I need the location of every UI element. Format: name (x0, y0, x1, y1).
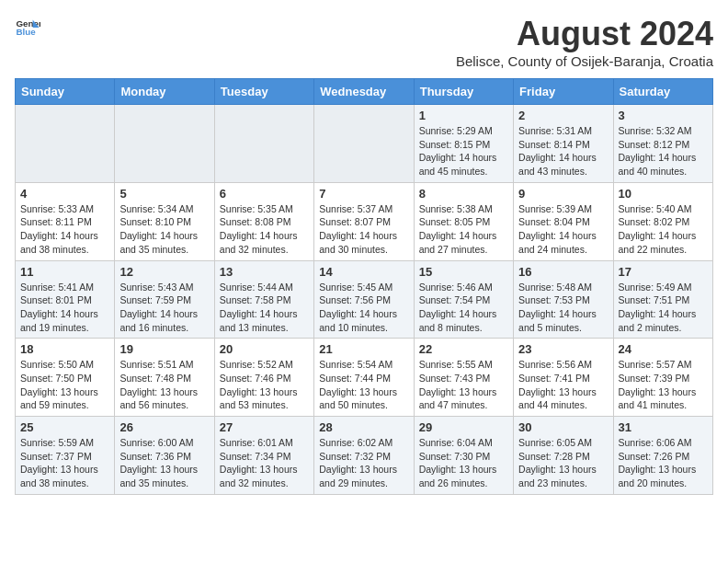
calendar-cell (314, 105, 414, 183)
calendar-cell: 9Sunrise: 5:39 AM Sunset: 8:04 PM Daylig… (514, 182, 613, 260)
day-number: 15 (419, 265, 508, 279)
day-info: Sunrise: 5:41 AM Sunset: 8:01 PM Dayligh… (20, 281, 109, 335)
calendar-cell: 27Sunrise: 6:01 AM Sunset: 7:34 PM Dayli… (214, 417, 313, 495)
day-info: Sunrise: 5:48 AM Sunset: 7:53 PM Dayligh… (518, 281, 608, 335)
calendar-cell: 15Sunrise: 5:46 AM Sunset: 7:54 PM Dayli… (414, 260, 513, 339)
day-number: 5 (119, 187, 209, 201)
calendar-cell: 14Sunrise: 5:45 AM Sunset: 7:56 PM Dayli… (314, 260, 414, 339)
calendar-table: SundayMondayTuesdayWednesdayThursdayFrid… (15, 78, 713, 495)
calendar-cell: 28Sunrise: 6:02 AM Sunset: 7:32 PM Dayli… (314, 417, 414, 495)
month-year: August 2024 (456, 15, 713, 53)
day-info: Sunrise: 5:37 AM Sunset: 8:07 PM Dayligh… (319, 202, 408, 257)
day-info: Sunrise: 6:05 AM Sunset: 7:28 PM Dayligh… (518, 436, 608, 490)
page-header: General Blue August 2024 Belisce, County… (15, 15, 713, 69)
calendar-cell: 8Sunrise: 5:38 AM Sunset: 8:05 PM Daylig… (414, 182, 513, 260)
day-number: 3 (619, 109, 708, 122)
calendar-cell: 2Sunrise: 5:31 AM Sunset: 8:14 PM Daylig… (514, 105, 613, 183)
weekday-header-thursday: Thursday (414, 79, 513, 105)
calendar-cell: 29Sunrise: 6:04 AM Sunset: 7:30 PM Dayli… (414, 417, 513, 495)
calendar-cell: 20Sunrise: 5:52 AM Sunset: 7:46 PM Dayli… (214, 339, 313, 417)
day-info: Sunrise: 5:46 AM Sunset: 7:54 PM Dayligh… (419, 281, 508, 335)
title-block: August 2024 Belisce, County of Osijek-Ba… (456, 15, 713, 69)
calendar-cell: 6Sunrise: 5:35 AM Sunset: 8:08 PM Daylig… (214, 182, 313, 260)
day-number: 7 (319, 187, 408, 201)
day-info: Sunrise: 6:04 AM Sunset: 7:30 PM Dayligh… (419, 436, 508, 490)
day-number: 14 (319, 265, 408, 279)
day-number: 17 (619, 265, 708, 279)
calendar-cell: 19Sunrise: 5:51 AM Sunset: 7:48 PM Dayli… (115, 339, 214, 417)
calendar-cell: 18Sunrise: 5:50 AM Sunset: 7:50 PM Dayli… (16, 339, 115, 417)
day-info: Sunrise: 5:38 AM Sunset: 8:05 PM Dayligh… (419, 202, 508, 257)
calendar-cell: 12Sunrise: 5:43 AM Sunset: 7:59 PM Dayli… (115, 260, 214, 339)
calendar-cell: 26Sunrise: 6:00 AM Sunset: 7:36 PM Dayli… (115, 417, 214, 495)
day-number: 8 (419, 187, 508, 201)
day-number: 4 (20, 187, 109, 201)
day-number: 18 (20, 342, 109, 356)
weekday-header-wednesday: Wednesday (314, 79, 414, 105)
calendar-week-row: 1Sunrise: 5:29 AM Sunset: 8:15 PM Daylig… (16, 105, 713, 183)
day-info: Sunrise: 5:55 AM Sunset: 7:43 PM Dayligh… (419, 358, 508, 412)
svg-text:Blue: Blue (16, 27, 36, 37)
weekday-header-tuesday: Tuesday (214, 79, 313, 105)
day-number: 31 (619, 420, 708, 434)
day-number: 28 (319, 420, 408, 434)
day-info: Sunrise: 5:29 AM Sunset: 8:15 PM Dayligh… (419, 124, 508, 178)
calendar-cell: 3Sunrise: 5:32 AM Sunset: 8:12 PM Daylig… (613, 105, 712, 183)
day-number: 27 (220, 420, 309, 434)
calendar-cell (214, 105, 313, 183)
day-info: Sunrise: 5:43 AM Sunset: 7:59 PM Dayligh… (119, 281, 209, 335)
day-number: 30 (518, 420, 608, 434)
day-info: Sunrise: 5:56 AM Sunset: 7:41 PM Dayligh… (518, 358, 608, 412)
weekday-header-sunday: Sunday (16, 79, 115, 105)
calendar-cell: 25Sunrise: 5:59 AM Sunset: 7:37 PM Dayli… (16, 417, 115, 495)
day-info: Sunrise: 5:51 AM Sunset: 7:48 PM Dayligh… (119, 358, 209, 412)
day-number: 25 (20, 420, 109, 434)
day-number: 13 (220, 265, 309, 279)
day-number: 12 (119, 265, 209, 279)
day-number: 16 (518, 265, 608, 279)
day-info: Sunrise: 5:40 AM Sunset: 8:02 PM Dayligh… (619, 202, 708, 257)
calendar-cell: 22Sunrise: 5:55 AM Sunset: 7:43 PM Dayli… (414, 339, 513, 417)
calendar-cell: 11Sunrise: 5:41 AM Sunset: 8:01 PM Dayli… (16, 260, 115, 339)
day-info: Sunrise: 6:02 AM Sunset: 7:32 PM Dayligh… (319, 436, 408, 490)
day-info: Sunrise: 5:34 AM Sunset: 8:10 PM Dayligh… (119, 202, 209, 257)
calendar-cell: 13Sunrise: 5:44 AM Sunset: 7:58 PM Dayli… (214, 260, 313, 339)
weekday-header-monday: Monday (115, 79, 214, 105)
day-info: Sunrise: 5:54 AM Sunset: 7:44 PM Dayligh… (319, 358, 408, 412)
calendar-cell: 24Sunrise: 5:57 AM Sunset: 7:39 PM Dayli… (613, 339, 712, 417)
weekday-header-row: SundayMondayTuesdayWednesdayThursdayFrid… (16, 79, 713, 105)
logo: General Blue (15, 15, 40, 40)
day-number: 11 (20, 265, 109, 279)
day-number: 10 (619, 187, 708, 201)
day-number: 2 (518, 109, 608, 122)
calendar-cell: 4Sunrise: 5:33 AM Sunset: 8:11 PM Daylig… (16, 182, 115, 260)
calendar-week-row: 18Sunrise: 5:50 AM Sunset: 7:50 PM Dayli… (16, 339, 713, 417)
calendar-cell: 23Sunrise: 5:56 AM Sunset: 7:41 PM Dayli… (514, 339, 613, 417)
calendar-cell: 17Sunrise: 5:49 AM Sunset: 7:51 PM Dayli… (613, 260, 712, 339)
day-info: Sunrise: 5:49 AM Sunset: 7:51 PM Dayligh… (619, 281, 708, 335)
day-info: Sunrise: 5:32 AM Sunset: 8:12 PM Dayligh… (619, 124, 708, 178)
calendar-cell: 10Sunrise: 5:40 AM Sunset: 8:02 PM Dayli… (613, 182, 712, 260)
calendar-cell: 30Sunrise: 6:05 AM Sunset: 7:28 PM Dayli… (514, 417, 613, 495)
day-info: Sunrise: 6:00 AM Sunset: 7:36 PM Dayligh… (119, 436, 209, 490)
day-number: 6 (220, 187, 309, 201)
day-number: 29 (419, 420, 508, 434)
weekday-header-friday: Friday (514, 79, 613, 105)
day-info: Sunrise: 5:45 AM Sunset: 7:56 PM Dayligh… (319, 281, 408, 335)
day-number: 9 (518, 187, 608, 201)
day-number: 1 (419, 109, 508, 122)
day-number: 21 (319, 342, 408, 356)
day-info: Sunrise: 5:33 AM Sunset: 8:11 PM Dayligh… (20, 202, 109, 257)
day-info: Sunrise: 5:59 AM Sunset: 7:37 PM Dayligh… (20, 436, 109, 490)
calendar-week-row: 4Sunrise: 5:33 AM Sunset: 8:11 PM Daylig… (16, 182, 713, 260)
day-info: Sunrise: 5:57 AM Sunset: 7:39 PM Dayligh… (619, 358, 708, 412)
calendar-cell: 5Sunrise: 5:34 AM Sunset: 8:10 PM Daylig… (115, 182, 214, 260)
day-number: 23 (518, 342, 608, 356)
calendar-cell: 7Sunrise: 5:37 AM Sunset: 8:07 PM Daylig… (314, 182, 414, 260)
day-number: 20 (220, 342, 309, 356)
day-info: Sunrise: 5:52 AM Sunset: 7:46 PM Dayligh… (220, 358, 309, 412)
day-info: Sunrise: 5:44 AM Sunset: 7:58 PM Dayligh… (220, 281, 309, 335)
day-number: 24 (619, 342, 708, 356)
calendar-week-row: 25Sunrise: 5:59 AM Sunset: 7:37 PM Dayli… (16, 417, 713, 495)
day-number: 22 (419, 342, 508, 356)
